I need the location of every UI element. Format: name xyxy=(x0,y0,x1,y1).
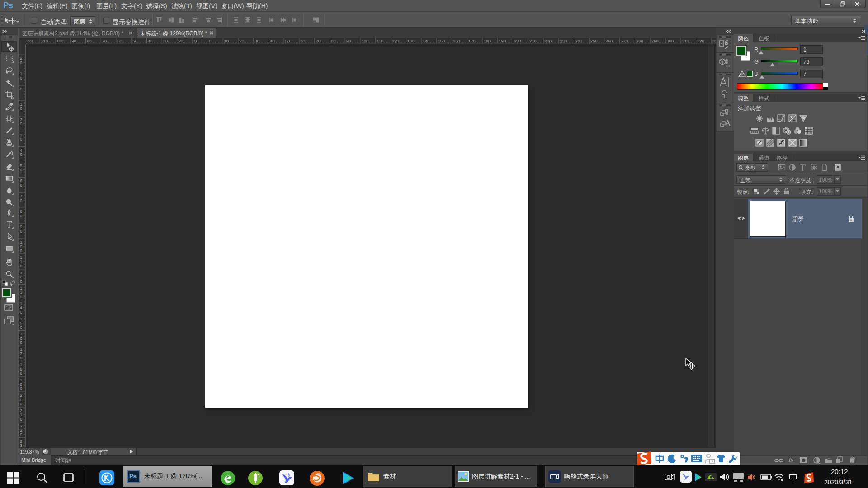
svg-text:60: 60 xyxy=(118,38,123,43)
svg-text:210: 210 xyxy=(529,38,537,43)
svg-text:0: 0 xyxy=(20,213,22,218)
svg-text:80: 80 xyxy=(331,38,336,43)
svg-text:0: 0 xyxy=(20,340,22,345)
svg-text:0: 0 xyxy=(20,106,22,111)
svg-text:90: 90 xyxy=(71,38,76,43)
svg-text:150: 150 xyxy=(438,38,445,43)
svg-text:0: 0 xyxy=(20,183,22,188)
svg-text:300: 300 xyxy=(667,38,674,43)
svg-text:0: 0 xyxy=(20,229,22,234)
svg-text:200: 200 xyxy=(514,38,521,43)
svg-text:120: 120 xyxy=(26,38,33,43)
svg-text:70: 70 xyxy=(316,38,321,43)
svg-text:0: 0 xyxy=(20,355,22,360)
svg-text:0: 0 xyxy=(20,248,22,253)
svg-text:250: 250 xyxy=(590,38,598,43)
svg-text:240: 240 xyxy=(575,38,582,43)
svg-text:10: 10 xyxy=(224,38,229,43)
svg-text:110: 110 xyxy=(377,38,383,43)
svg-text:290: 290 xyxy=(651,38,659,43)
svg-text:220: 220 xyxy=(545,38,552,43)
svg-text:40: 40 xyxy=(270,38,275,43)
svg-text:60: 60 xyxy=(301,38,306,43)
svg-text:0: 0 xyxy=(20,401,22,406)
svg-text:10: 10 xyxy=(193,38,198,43)
svg-text:170: 170 xyxy=(468,38,476,43)
svg-text:0: 0 xyxy=(20,310,22,314)
svg-text:130: 130 xyxy=(407,38,415,43)
svg-text:190: 190 xyxy=(499,38,506,43)
svg-text:0: 0 xyxy=(20,60,22,65)
svg-text:0: 0 xyxy=(20,386,22,391)
svg-text:0: 0 xyxy=(20,371,22,375)
svg-text:0: 0 xyxy=(20,136,22,141)
svg-text:0: 0 xyxy=(20,152,22,157)
svg-text:160: 160 xyxy=(453,38,460,43)
svg-text:0: 0 xyxy=(20,417,22,422)
svg-text:100: 100 xyxy=(57,38,64,43)
svg-text:0: 0 xyxy=(20,263,22,268)
svg-text:50: 50 xyxy=(285,38,290,43)
svg-text:30: 30 xyxy=(163,38,168,43)
svg-text:0: 0 xyxy=(20,167,22,172)
svg-text:320: 320 xyxy=(697,38,704,43)
svg-text:100: 100 xyxy=(362,38,369,43)
svg-text:0: 0 xyxy=(20,86,22,91)
svg-text:110: 110 xyxy=(41,38,48,43)
svg-text:0: 0 xyxy=(20,294,22,299)
svg-text:90: 90 xyxy=(346,38,351,43)
svg-text:70: 70 xyxy=(102,38,107,43)
svg-text:0: 0 xyxy=(20,279,22,284)
svg-text:30: 30 xyxy=(255,38,259,43)
svg-text:120: 120 xyxy=(392,38,399,43)
svg-text:230: 230 xyxy=(560,38,567,43)
svg-text:3: 3 xyxy=(20,443,22,447)
svg-text:310: 310 xyxy=(682,38,689,43)
svg-text:140: 140 xyxy=(423,38,430,43)
svg-text:260: 260 xyxy=(606,38,613,43)
svg-text:180: 180 xyxy=(484,38,491,43)
svg-text:0: 0 xyxy=(20,75,22,80)
svg-text:0: 0 xyxy=(209,38,211,43)
svg-text:0: 0 xyxy=(20,198,22,203)
svg-text:80: 80 xyxy=(87,38,92,43)
svg-text:0: 0 xyxy=(20,325,22,330)
svg-text:330: 330 xyxy=(712,38,716,43)
svg-text:40: 40 xyxy=(148,38,153,43)
svg-text:20: 20 xyxy=(240,38,245,43)
svg-text:270: 270 xyxy=(621,38,628,43)
svg-text:280: 280 xyxy=(636,38,643,43)
svg-text:20: 20 xyxy=(179,38,184,43)
svg-text:0: 0 xyxy=(20,432,22,437)
svg-text:50: 50 xyxy=(132,38,137,43)
svg-text:0: 0 xyxy=(20,121,22,126)
